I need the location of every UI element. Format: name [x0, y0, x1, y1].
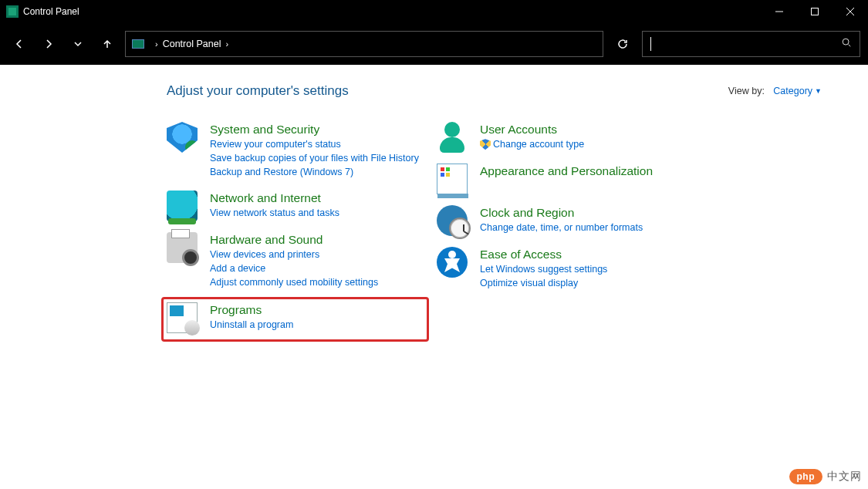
- category-link[interactable]: Backup and Restore (Windows 7): [210, 165, 419, 179]
- svg-rect-1: [812, 8, 819, 15]
- category-title[interactable]: System and Security: [210, 122, 419, 137]
- minimize-button[interactable]: [762, 0, 797, 23]
- watermark-text: 中文网: [827, 470, 862, 484]
- close-button[interactable]: [833, 0, 868, 23]
- category-link[interactable]: Review your computer's status: [210, 137, 419, 151]
- category-title[interactable]: Hardware and Sound: [210, 232, 378, 248]
- programs-icon: [167, 302, 198, 333]
- content-area: Adjust your computer's settings View by:…: [0, 65, 868, 489]
- category-title[interactable]: Programs: [210, 302, 293, 318]
- watermark-pill: php: [789, 469, 823, 484]
- breadcrumb-root[interactable]: Control Panel: [163, 39, 221, 49]
- accessibility-icon: [437, 247, 468, 278]
- printer-icon: [167, 232, 198, 263]
- category-link[interactable]: Let Windows suggest settings: [480, 262, 607, 276]
- category-link[interactable]: Add a device: [210, 261, 378, 275]
- category-title[interactable]: Appearance and Personalization: [480, 164, 653, 179]
- shield-icon: [167, 122, 198, 153]
- refresh-button[interactable]: [610, 31, 636, 57]
- view-by-label: View by:: [728, 86, 765, 96]
- breadcrumb-separator-icon: ›: [155, 39, 158, 49]
- category-system-security[interactable]: System and Security Review your computer…: [167, 119, 437, 183]
- navbar: › Control Panel ›: [0, 23, 868, 65]
- category-link[interactable]: Optimize visual display: [480, 276, 607, 290]
- search-input[interactable]: [642, 31, 860, 57]
- back-button[interactable]: [8, 32, 31, 56]
- category-link[interactable]: Change account type: [480, 137, 584, 151]
- category-appearance[interactable]: Appearance and Personalization: [437, 160, 707, 197]
- category-link[interactable]: View devices and printers: [210, 248, 378, 261]
- up-button[interactable]: [96, 32, 119, 56]
- text-caret: [650, 37, 651, 51]
- category-link[interactable]: Uninstall a program: [210, 318, 293, 332]
- category-user-accounts[interactable]: User Accounts Change account type: [437, 119, 707, 156]
- category-title[interactable]: User Accounts: [480, 122, 584, 137]
- category-programs[interactable]: Programs Uninstall a program: [161, 297, 429, 342]
- window-title: Control Panel: [23, 6, 79, 17]
- category-hardware-sound[interactable]: Hardware and Sound View devices and prin…: [167, 229, 437, 293]
- svg-point-4: [843, 39, 849, 45]
- category-title[interactable]: Clock and Region: [480, 205, 643, 221]
- watermark: php 中文网: [789, 469, 863, 484]
- category-ease-of-access[interactable]: Ease of Access Let Windows suggest setti…: [437, 244, 707, 293]
- page-title: Adjust your computer's settings: [167, 83, 349, 99]
- view-by: View by: Category▼: [728, 86, 822, 96]
- appearance-icon: [437, 164, 468, 194]
- recent-locations-button[interactable]: [66, 32, 90, 56]
- address-bar[interactable]: › Control Panel ›: [125, 31, 603, 57]
- svg-line-5: [849, 45, 851, 47]
- search-icon: [841, 37, 852, 51]
- chevron-down-icon: ▼: [815, 87, 822, 95]
- category-title[interactable]: Network and Internet: [210, 191, 339, 206]
- maximize-button[interactable]: [797, 0, 833, 23]
- category-title[interactable]: Ease of Access: [480, 247, 607, 262]
- forward-button[interactable]: [37, 32, 60, 56]
- globe-icon: [167, 191, 198, 221]
- control-panel-icon: [6, 5, 19, 18]
- uac-shield-icon: [480, 139, 491, 150]
- clock-icon: [437, 205, 468, 236]
- view-by-dropdown[interactable]: Category▼: [773, 86, 822, 96]
- titlebar: Control Panel: [0, 0, 868, 23]
- category-link[interactable]: Save backup copies of your files with Fi…: [210, 151, 419, 165]
- category-clock-region[interactable]: Clock and Region Change date, time, or n…: [437, 202, 707, 239]
- category-link[interactable]: Change date, time, or number formats: [480, 221, 643, 234]
- category-network-internet[interactable]: Network and Internet View network status…: [167, 187, 437, 224]
- user-icon: [437, 122, 468, 153]
- breadcrumb-separator-icon: ›: [225, 39, 228, 49]
- address-icon: [132, 39, 144, 49]
- category-link[interactable]: View network status and tasks: [210, 206, 339, 220]
- category-link[interactable]: Adjust commonly used mobility settings: [210, 275, 378, 289]
